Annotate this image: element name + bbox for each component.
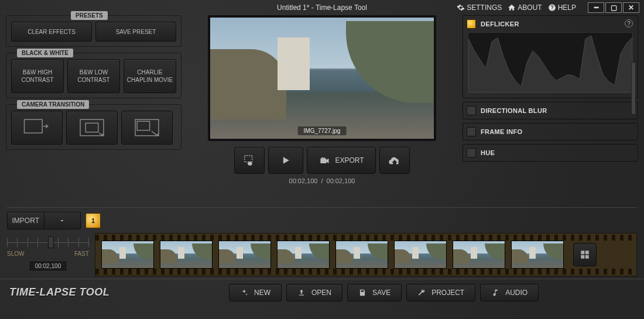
wrench-icon [417,289,426,297]
directional-blur-toggle[interactable] [467,106,476,115]
timecode-total: 00:02,100 [327,177,355,184]
export-label: EXPORT [335,156,364,164]
camera-icon [318,155,330,166]
filmstrip-frame[interactable] [277,241,330,269]
menu-about[interactable]: ABOUT [508,4,542,12]
window-minimize-button[interactable]: ━ [588,2,604,13]
menu-help-label: HELP [558,4,576,12]
transition-out-icon [133,118,160,138]
project-button[interactable]: PROJECT [406,284,475,301]
speed-slow-label: SLOW [7,251,24,257]
top-menu: SETTINGS ABOUT HELP ━ ▢ ✕ [457,0,639,15]
camera-transition-right-button[interactable] [11,111,63,145]
bw-low-contrast-button[interactable]: B&W LOW CONTRAST [67,59,120,93]
import-button[interactable]: IMPORT [7,212,44,229]
speed-fast-label: FAST [74,251,89,257]
filmstrip[interactable] [95,233,637,276]
filmstrip-frame[interactable] [101,241,154,269]
upload-button[interactable] [379,147,410,174]
play-icon [280,155,292,166]
menu-help[interactable]: HELP [548,4,576,12]
effect-hue[interactable]: HUE [463,144,638,162]
transition-in-icon [78,118,105,138]
save-icon [358,289,366,297]
deflicker-toggle[interactable] [467,19,476,29]
filmstrip-frame[interactable] [394,241,447,269]
effect-directional-blur[interactable]: DIRECTIONAL BLUR [463,102,638,119]
svg-rect-5 [245,156,252,162]
filmstrip-frame[interactable] [218,241,271,269]
new-label: NEW [254,289,270,297]
black-white-group-label: BLACK & WHITE [17,49,73,57]
filmstrip-grid-button[interactable] [573,243,597,266]
camera-transition-group: CAMERA TRANSITION [6,104,181,150]
preview-filename: IMG_7727.jpg [298,126,347,135]
menu-settings-label: SETTINGS [467,4,502,12]
audio-label: AUDIO [505,289,527,297]
grid-icon [580,249,590,260]
gear-icon [457,4,465,12]
help-icon [548,4,556,12]
svg-rect-0 [25,119,43,133]
svg-rect-2 [85,123,98,132]
presets-group-label: PRESETS [71,11,108,20]
camera-transition-in-button[interactable] [66,111,118,145]
cloud-upload-icon [388,154,401,167]
hue-toggle[interactable] [467,148,476,157]
filmstrip-frame[interactable] [453,241,505,269]
speed-slider[interactable] [7,235,89,249]
bw-high-contrast-button[interactable]: B&W HIGH CONTRAST [11,59,64,93]
open-icon [297,289,306,297]
import-dropdown-button[interactable] [44,212,81,229]
window-controls: ━ ▢ ✕ [588,2,639,13]
timecode-display: 00:02,100 / 00:02,100 [289,177,355,184]
region-icon [243,154,256,167]
play-button[interactable] [268,147,303,174]
filmstrip-frame[interactable] [511,241,564,269]
deflicker-help-icon[interactable]: ? [625,19,633,28]
svg-marker-6 [468,36,632,92]
timecode-current: 00:02,100 [289,177,318,184]
menu-settings[interactable]: SETTINGS [457,4,502,12]
timecode-sep: / [321,177,323,184]
charlie-chaplin-button[interactable]: CHARLIE CHAPLIN MOVIE [124,59,176,93]
clear-effects-button[interactable]: CLEAR EFFECTS [11,22,92,42]
new-button[interactable]: NEW [229,284,282,301]
chevron-down-icon [59,217,66,224]
speed-slider-thumb[interactable] [48,236,54,248]
region-select-button[interactable] [234,147,265,174]
effect-deflicker[interactable]: DEFLICKER ? [463,15,638,98]
preview-viewport[interactable]: IMG_7727.jpg [208,15,436,141]
save-preset-button[interactable]: SAVE PRESET [95,22,176,42]
speed-control: SLOW FAST 00:02,100 [7,233,89,272]
open-label: OPEN [311,289,331,297]
home-icon [508,4,516,12]
camera-transition-out-button[interactable] [121,111,173,145]
save-label: SAVE [372,289,390,297]
audio-button[interactable]: AUDIO [480,284,539,301]
deflicker-label: DEFLICKER [481,20,519,28]
frame-info-toggle[interactable] [467,127,476,136]
svg-rect-4 [137,121,149,130]
window-close-button[interactable]: ✕ [623,2,639,13]
menu-about-label: ABOUT [518,4,542,12]
export-button[interactable]: EXPORT [307,147,376,174]
svg-rect-3 [135,119,159,136]
app-logo: TIME-LAPSE TOOL [9,286,109,299]
window-maximize-button[interactable]: ▢ [605,2,622,13]
save-button[interactable]: SAVE [347,284,402,301]
timeline-ruler[interactable] [7,204,637,211]
new-icon [240,289,248,297]
filmstrip-frame[interactable] [335,241,388,269]
clip-chip-1[interactable]: 1 [85,213,101,228]
directional-blur-label: DIRECTIONAL BLUR [481,107,547,114]
music-icon [491,289,499,297]
window-title: Untitled 1* - Time-Lapse Tool [277,4,367,12]
filmstrip-frame[interactable] [160,241,213,269]
frame-info-label: FRAME INFO [481,128,522,135]
effects-scrollbar[interactable] [631,62,636,115]
deflicker-graph [468,32,633,93]
open-button[interactable]: OPEN [286,284,342,301]
effect-frame-info[interactable]: FRAME INFO [463,123,638,140]
hue-label: HUE [481,149,495,156]
